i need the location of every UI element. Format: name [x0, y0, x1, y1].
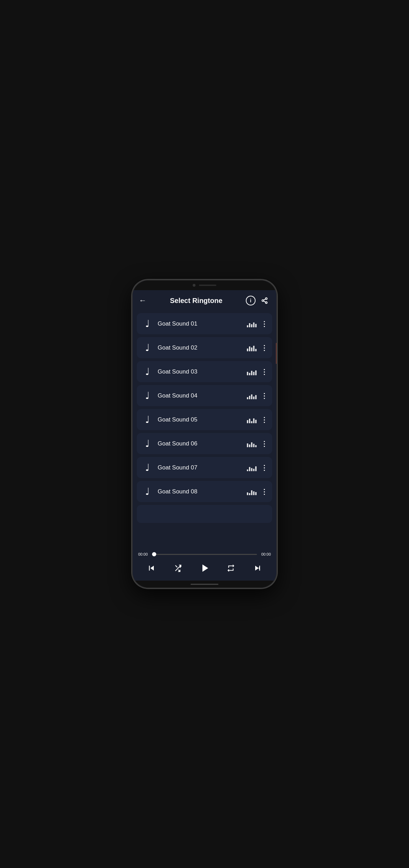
time-total: 00:00: [260, 552, 271, 556]
svg-line-4: [264, 299, 266, 300]
song-name: Goat Sound 04: [158, 392, 243, 399]
progress-bar[interactable]: [152, 554, 257, 555]
song-name: Goat Sound 06: [158, 440, 243, 447]
song-list: ♩Goat Sound 01⋮♩Goat Sound 02⋮♩Goat Soun…: [133, 311, 276, 549]
eq-bars-icon: [247, 464, 257, 471]
time-current: 00:00: [138, 552, 149, 556]
eq-bars-icon: [247, 416, 257, 423]
music-note-icon: ♩: [141, 414, 153, 425]
header-icons: i: [246, 295, 270, 306]
music-note-icon: ♩: [141, 366, 153, 377]
shuffle-button[interactable]: [170, 560, 186, 576]
app-header: ← Select Ringtone i: [133, 290, 276, 311]
more-options-button[interactable]: ⋮: [261, 464, 268, 472]
share-button[interactable]: [259, 295, 270, 306]
more-options-button[interactable]: ⋮: [261, 488, 268, 496]
song-name: Goat Sound 02: [158, 344, 243, 351]
page-title: Select Ringtone: [147, 297, 246, 305]
more-options-button[interactable]: ⋮: [261, 368, 268, 376]
music-note-icon: ♩: [141, 462, 153, 473]
song-name: Goat Sound 08: [158, 488, 243, 495]
song-item-empty: [137, 505, 272, 523]
skip-next-button[interactable]: [250, 560, 265, 576]
eq-bars-icon: [247, 488, 257, 495]
player: 00:00 00:00: [133, 549, 276, 581]
more-options-button[interactable]: ⋮: [261, 416, 268, 424]
song-item-4[interactable]: ♩Goat Sound 04⋮: [137, 385, 272, 406]
song-name: Goat Sound 01: [158, 320, 243, 327]
phone-frame: ← Select Ringtone i ♩Goat Sou: [132, 279, 277, 589]
app-container: ← Select Ringtone i ♩Goat Sou: [133, 290, 276, 581]
info-button[interactable]: i: [246, 296, 256, 305]
song-item-5[interactable]: ♩Goat Sound 05⋮: [137, 409, 272, 430]
song-item-6[interactable]: ♩Goat Sound 06⋮: [137, 433, 272, 454]
eq-bars-icon: [247, 440, 257, 447]
phone-top-bar: [133, 280, 276, 290]
more-options-button[interactable]: ⋮: [261, 320, 268, 328]
eq-bars-icon: [247, 320, 257, 327]
svg-line-3: [264, 301, 266, 302]
more-options-button[interactable]: ⋮: [261, 440, 268, 448]
song-name: Goat Sound 03: [158, 368, 243, 375]
phone-bottom-bar: [133, 581, 276, 588]
svg-rect-5: [259, 566, 260, 571]
song-name: Goat Sound 05: [158, 416, 243, 423]
song-item-2[interactable]: ♩Goat Sound 02⋮: [137, 337, 272, 358]
song-item-3[interactable]: ♩Goat Sound 03⋮: [137, 361, 272, 382]
progress-row: 00:00 00:00: [138, 552, 271, 556]
music-note-icon: ♩: [141, 438, 153, 449]
skip-previous-button[interactable]: [144, 560, 159, 576]
back-button[interactable]: ←: [139, 296, 147, 305]
song-item-1[interactable]: ♩Goat Sound 01⋮: [137, 313, 272, 334]
play-button[interactable]: [197, 560, 212, 576]
music-note-icon: ♩: [141, 486, 153, 497]
song-item-7[interactable]: ♩Goat Sound 07⋮: [137, 457, 272, 478]
home-bar: [191, 584, 218, 585]
music-note-icon: ♩: [141, 318, 153, 329]
side-button: [276, 343, 277, 364]
progress-thumb: [152, 552, 156, 556]
repeat-button[interactable]: [223, 560, 239, 576]
song-item-8[interactable]: ♩Goat Sound 08⋮: [137, 481, 272, 502]
eq-bars-icon: [247, 344, 257, 351]
eq-bars-icon: [247, 392, 257, 399]
eq-bars-icon: [247, 368, 257, 375]
more-options-button[interactable]: ⋮: [261, 344, 268, 352]
speaker-bar: [199, 285, 216, 286]
more-options-button[interactable]: ⋮: [261, 392, 268, 400]
camera-dot: [193, 284, 195, 287]
music-note-icon: ♩: [141, 390, 153, 401]
song-name: Goat Sound 07: [158, 464, 243, 471]
controls-row: [138, 560, 271, 576]
music-note-icon: ♩: [141, 342, 153, 353]
